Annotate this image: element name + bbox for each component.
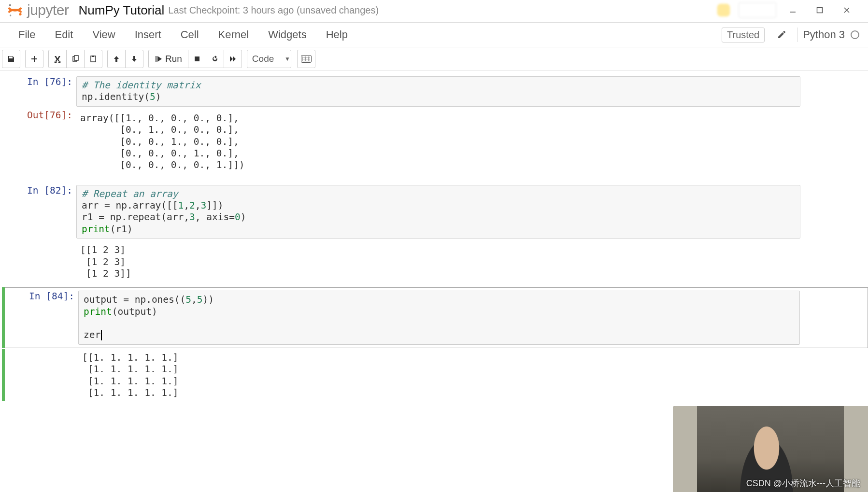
code-cell[interactable]: In [76]: # The identity matrix np.identi…: [0, 76, 868, 107]
command-palette-button[interactable]: [297, 50, 315, 68]
logout-button[interactable]: [739, 2, 776, 18]
move-down-button[interactable]: [125, 50, 143, 68]
output-text: [[1 2 3] [1 2 3] [1 2 3]]: [76, 241, 800, 281]
svg-rect-9: [74, 56, 78, 60]
output-row: [[1 2 3] [1 2 3] [1 2 3]]: [0, 241, 868, 281]
svg-point-1: [19, 13, 22, 15]
text-cursor: [101, 330, 102, 340]
svg-point-2: [10, 14, 11, 16]
python-logo-icon: [714, 1, 733, 19]
logo-wrap[interactable]: jupyter: [7, 2, 69, 18]
code-input[interactable]: # Repeat an array arr = np.array([[1,2,3…: [76, 185, 800, 239]
window-minimize-icon[interactable]: [782, 3, 803, 17]
output-row: Out[76]: array([[1., 0., 0., 0., 0.], [0…: [0, 110, 868, 173]
kernel-status-icon: [851, 30, 859, 39]
restart-button[interactable]: [206, 50, 224, 68]
window-maximize-icon[interactable]: [809, 3, 830, 17]
output-prompt: [5, 349, 78, 401]
menu-insert[interactable]: Insert: [125, 26, 171, 44]
prompt-in-label: In [84]:: [29, 291, 74, 302]
celltype-select-wrap[interactable]: Code: [247, 50, 295, 68]
output-row: [[1. 1. 1. 1. 1.] [1. 1. 1. 1. 1.] [1. 1…: [2, 349, 868, 401]
webcam-overlay: [673, 406, 868, 407]
menubar-divider: [797, 28, 798, 42]
save-button[interactable]: [2, 50, 20, 68]
svg-rect-3: [717, 4, 730, 17]
toolbar: Run Code: [0, 47, 868, 70]
menu-view[interactable]: View: [83, 26, 125, 44]
window-close-icon[interactable]: [836, 3, 857, 17]
jupyter-logo-icon: [7, 2, 23, 18]
trusted-badge[interactable]: Trusted: [722, 28, 765, 42]
restart-run-all-button[interactable]: [224, 50, 242, 68]
svg-point-0: [9, 4, 11, 6]
copy-button[interactable]: [66, 50, 85, 68]
move-up-button[interactable]: [107, 50, 126, 68]
menu-file[interactable]: File: [9, 26, 45, 44]
menu-widgets[interactable]: Widgets: [258, 26, 316, 44]
input-prompt: In [84]:: [5, 291, 78, 345]
jupyter-logo-text: jupyter: [27, 2, 69, 18]
prompt-out-label: Out[76]:: [27, 110, 72, 121]
run-button-label: Run: [165, 54, 182, 64]
paste-button[interactable]: [84, 50, 102, 68]
menu-help[interactable]: Help: [316, 26, 357, 44]
input-prompt: In [76]:: [0, 76, 76, 107]
add-cell-button[interactable]: [25, 50, 43, 68]
svg-rect-12: [156, 56, 157, 62]
interrupt-button[interactable]: [188, 50, 206, 68]
code-input[interactable]: output = np.ones((5,5)) print(output) ze…: [78, 291, 800, 345]
prompt-in-label: In [76]:: [27, 76, 72, 87]
app-header: jupyter NumPy Tutorial Last Checkpoint: …: [0, 0, 868, 22]
celltype-select[interactable]: Code: [247, 50, 291, 68]
code-input[interactable]: # The identity matrix np.identity(5): [76, 76, 800, 107]
keyboard-icon: [301, 55, 312, 63]
svg-rect-11: [92, 56, 94, 57]
output-prompt: Out[76]:: [0, 110, 76, 173]
pencil-icon[interactable]: [775, 28, 788, 41]
svg-rect-5: [817, 8, 823, 13]
prompt-in-label: In [82]:: [27, 185, 72, 196]
output-prompt: [0, 241, 76, 281]
output-text: array([[1., 0., 0., 0., 0.], [0., 1., 0.…: [76, 110, 800, 173]
svg-rect-13: [195, 56, 199, 61]
code-cell-selected[interactable]: In [84]: output = np.ones((5,5)) print(o…: [2, 287, 868, 348]
menu-kernel[interactable]: Kernel: [209, 26, 259, 44]
header-right: [714, 1, 861, 19]
input-prompt: In [82]:: [0, 185, 76, 239]
menubar: File Edit View Insert Cell Kernel Widget…: [0, 22, 868, 47]
kernel-name[interactable]: Python 3: [803, 28, 845, 41]
checkpoint-text: Last Checkpoint: 3 hours ago (unsaved ch…: [168, 5, 379, 16]
menu-edit[interactable]: Edit: [45, 26, 83, 44]
output-text: [[1. 1. 1. 1. 1.] [1. 1. 1. 1. 1.] [1. 1…: [78, 349, 800, 401]
run-button[interactable]: Run: [148, 50, 188, 68]
notebook-title[interactable]: NumPy Tutorial: [79, 3, 165, 18]
menu-cell[interactable]: Cell: [171, 26, 209, 44]
code-cell[interactable]: In [82]: # Repeat an array arr = np.arra…: [0, 185, 868, 239]
notebook-container: In [76]: # The identity matrix np.identi…: [0, 70, 868, 401]
cut-button[interactable]: [48, 50, 67, 68]
